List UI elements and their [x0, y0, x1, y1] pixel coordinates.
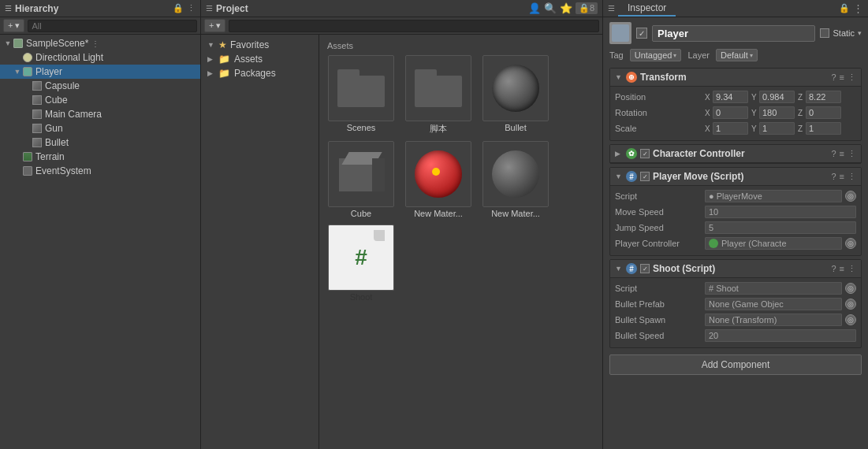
folder-favorites[interactable]: ▼ ★ Favorites — [201, 38, 319, 52]
hierarchy-item-capsule[interactable]: Capsule — [0, 79, 200, 93]
asset-item-new-material-2[interactable]: New Mater... — [480, 141, 551, 218]
hierarchy-item-sample-scene[interactable]: ▼ SampleScene* ⋮ — [0, 36, 200, 50]
pm-controller-text: Player (Characte — [721, 239, 787, 248]
shoot-script-input[interactable]: # Shoot — [705, 282, 842, 295]
rot-z-input[interactable] — [806, 106, 841, 119]
scale-y-input[interactable] — [759, 122, 795, 135]
star-filter-icon[interactable]: ⭐ — [560, 2, 572, 14]
transform-help-icon[interactable]: ? — [831, 72, 836, 83]
bullet-spawn-ref[interactable]: None (Transform) — [705, 314, 842, 326]
pm-checkbox[interactable] — [640, 172, 650, 181]
hierarchy-item-cube[interactable]: Cube — [0, 93, 200, 107]
asset-item-new-material-1[interactable]: New Mater... — [403, 141, 474, 218]
hierarchy-add-button[interactable]: + ▾ — [3, 19, 24, 32]
dark-sphere-icon — [492, 150, 539, 198]
gun-icon — [32, 123, 43, 134]
transform-header[interactable]: ▼ ⊕ Transform ? ≡ ⋮ — [610, 69, 861, 87]
pos-y-label: Y — [751, 93, 758, 102]
project-add-button[interactable]: + ▾ — [204, 19, 225, 32]
char-ctrl-checkbox[interactable] — [640, 149, 650, 158]
hierarchy-item-main-camera[interactable]: Main Camera — [0, 107, 200, 121]
shoot-help-icon[interactable]: ? — [831, 264, 836, 274]
accounts-icon[interactable]: 👤 — [528, 2, 541, 14]
hierarchy-item-terrain[interactable]: Terrain — [0, 150, 200, 164]
bullet-spawn-label: Bullet Spawn — [615, 315, 702, 325]
project-menu-icon[interactable]: ☰ — [206, 4, 213, 13]
scene-more[interactable]: ⋮ — [91, 39, 99, 48]
char-ctrl-settings-icon[interactable]: ≡ — [840, 149, 844, 159]
transform-more-icon[interactable]: ⋮ — [848, 72, 856, 83]
layer-dropdown[interactable]: Default ▾ — [716, 49, 758, 61]
asset-row-3: # Shoot — [326, 224, 596, 302]
bullet-prefab-ref[interactable]: None (Game Objec — [705, 298, 842, 310]
char-ctrl-help-icon[interactable]: ? — [831, 149, 836, 159]
asset-item-jiaoben[interactable]: 脚本 — [403, 55, 474, 135]
bullet-speed-label: Bullet Speed — [615, 331, 702, 340]
bullet-prefab-pick-btn[interactable]: ◎ — [845, 299, 856, 310]
tag-dropdown[interactable]: Untagged ▾ — [630, 49, 682, 61]
asset-item-shoot[interactable]: # Shoot — [326, 224, 397, 302]
project-search-input[interactable] — [229, 20, 599, 32]
bullet-spawn-pick-btn[interactable]: ◎ — [845, 314, 856, 325]
pos-x-input[interactable] — [713, 91, 748, 103]
inspector-tabs: Inspector — [618, 1, 676, 17]
tab-inspector[interactable]: Inspector — [618, 1, 676, 17]
shoot-checkbox[interactable] — [640, 264, 650, 273]
rot-y-input[interactable] — [759, 106, 795, 119]
player-move-header[interactable]: ▼ # Player Move (Script) ? ≡ ⋮ — [610, 168, 861, 186]
hierarchy-item-player[interactable]: ▼ Player — [0, 65, 200, 79]
asset-item-bullet[interactable]: Bullet — [480, 55, 551, 135]
pm-jumpspeed-input[interactable] — [705, 221, 856, 234]
hierarchy-item-bullet[interactable]: Bullet — [0, 135, 200, 150]
pm-script-pick-btn[interactable]: ◎ — [845, 191, 856, 202]
inspector-menu-icon[interactable]: ☰ — [608, 4, 615, 13]
shoot-thumb: # — [328, 224, 394, 291]
asset-item-scenes[interactable]: Scenes — [326, 55, 397, 135]
hierarchy-item-gun[interactable]: Gun — [0, 121, 200, 135]
folder-packages[interactable]: ▶ 📁 Packages — [201, 66, 319, 80]
label-gun: Gun — [45, 123, 63, 134]
scale-z-input[interactable] — [806, 122, 841, 135]
bullet-speed-input[interactable] — [705, 329, 856, 342]
pm-movespeed-input[interactable] — [705, 206, 856, 218]
shoot-script-row: Script # Shoot ◎ — [615, 281, 856, 295]
rotation-row: Rotation X Y Z — [615, 106, 856, 120]
pm-help-icon[interactable]: ? — [831, 172, 836, 182]
lock-icon[interactable]: 🔒 — [173, 3, 184, 13]
rot-x-input[interactable] — [713, 106, 748, 119]
shoot-header[interactable]: ▼ # Shoot (Script) ? ≡ ⋮ — [610, 260, 861, 278]
static-checkbox[interactable] — [820, 28, 829, 38]
pm-script-input[interactable]: ● PlayerMove — [705, 190, 842, 202]
go-name-input[interactable] — [652, 25, 815, 42]
hierarchy-search-input[interactable] — [28, 20, 197, 32]
more-icon[interactable]: ⋮ — [187, 3, 196, 13]
search-icon[interactable]: 🔍 — [544, 2, 557, 14]
inspector-lock-icon[interactable]: 🔒 — [839, 3, 850, 13]
visibility-btn[interactable]: 🔒8 — [576, 2, 598, 14]
shoot-settings-icon[interactable]: ≡ — [840, 264, 844, 274]
add-component-button[interactable]: Add Component — [609, 354, 862, 375]
hierarchy-item-directional-light[interactable]: Directional Light — [0, 50, 200, 65]
folder-assets[interactable]: ▶ 📁 Assets — [201, 52, 319, 66]
transform-settings-icon[interactable]: ≡ — [840, 72, 844, 83]
hierarchy-menu-icon[interactable]: ☰ — [5, 4, 12, 13]
asset-item-cube[interactable]: Cube — [326, 141, 397, 218]
pm-controller-ref[interactable]: Player (Characte — [705, 237, 842, 250]
pm-settings-icon[interactable]: ≡ — [840, 172, 844, 182]
character-controller-header[interactable]: ▶ ✿ Character Controller ? ≡ ⋮ — [610, 145, 861, 163]
scene-label: SampleScene* — [26, 38, 88, 49]
inspector-body: Static ▾ Tag Untagged ▾ Layer Default ▾ … — [603, 17, 868, 449]
static-dropdown-arrow[interactable]: ▾ — [858, 29, 862, 37]
pm-more-icon[interactable]: ⋮ — [848, 172, 856, 182]
go-enable-checkbox[interactable] — [636, 28, 647, 39]
hierarchy-item-event-system[interactable]: EventSystem — [0, 164, 200, 178]
char-ctrl-more-icon[interactable]: ⋮ — [848, 149, 856, 159]
pm-controller-pick-btn[interactable]: ◎ — [845, 238, 856, 249]
inspector-more-icon[interactable]: ⋮ — [853, 2, 863, 14]
scale-x-label: X — [705, 124, 711, 133]
shoot-more-icon[interactable]: ⋮ — [848, 264, 856, 274]
pos-z-input[interactable] — [806, 91, 841, 103]
scale-x-input[interactable] — [713, 122, 748, 135]
shoot-script-pick-btn[interactable]: ◎ — [845, 283, 856, 294]
pos-y-input[interactable] — [759, 91, 795, 103]
